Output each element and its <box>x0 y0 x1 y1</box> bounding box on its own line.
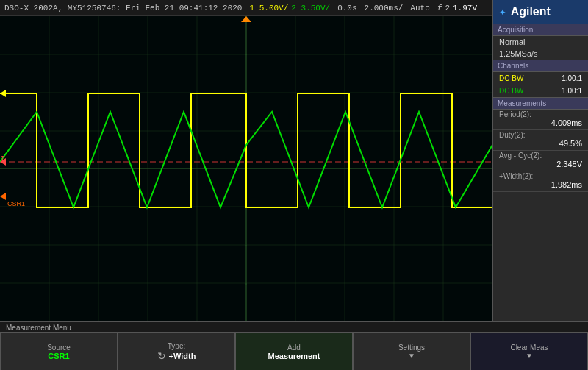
settings-button[interactable]: Settings ▼ <box>353 332 470 370</box>
clear-label-top: Clear Meas <box>510 344 548 352</box>
acq-rate: 1.25MSa/s <box>493 48 588 60</box>
type-button[interactable]: Type: ↻ +Width <box>118 332 235 370</box>
type-value: +Width <box>169 352 196 360</box>
settings-label: Settings <box>398 344 425 352</box>
bottom-bar: Measurement Menu Source CSR1 Type: ↻ +Wi… <box>0 321 588 370</box>
ch1-channel-row: DC BW 1.00:1 <box>493 72 588 85</box>
measurements-title: Measurements <box>493 97 588 110</box>
freq-label: f <box>437 4 442 13</box>
trigger-mode: Auto <box>410 4 429 13</box>
ch1-bw-value: 1.00:1 <box>562 74 582 82</box>
agilent-icon: ✦ <box>499 4 506 19</box>
channels-title: Channels <box>493 60 588 72</box>
svg-text:T: T <box>1 154 5 162</box>
meas2-value: 49.5% <box>493 139 588 151</box>
clear-arrow-icon: ▼ <box>526 352 533 360</box>
meas4-value: 1.982ms <box>493 180 588 192</box>
meas3-label: Avg - Cyc(2): <box>493 151 588 160</box>
top-status-bar: DSO-X 2002A, MY51250746: Fri Feb 21 09:4… <box>0 0 492 16</box>
source-button[interactable]: Source CSR1 <box>0 332 118 370</box>
ch2-indicator: 2 3.50V/ <box>291 4 330 13</box>
ch1-bw-label: DC BW <box>499 74 523 82</box>
time-scale: 2.000ms/ <box>365 4 404 13</box>
scope-display: CSR1 T <box>0 16 492 321</box>
time-position: 0.0s <box>337 4 356 13</box>
meas1-value: 4.009ms <box>493 118 588 130</box>
type-label-top: Type: <box>168 342 185 350</box>
settings-arrow-icon: ▼ <box>408 352 415 360</box>
voltage-reading: 1.97V <box>453 4 477 13</box>
add-measurement-button[interactable]: Add Measurement <box>235 332 353 370</box>
ch2-channel-row: DC BW 1.00:1 <box>493 85 588 97</box>
source-label-top: Source <box>47 344 71 352</box>
meas3-value: 2.348V <box>493 160 588 171</box>
source-value: CSR1 <box>48 352 69 360</box>
ch2-bw-value: 1.00:1 <box>562 87 582 95</box>
right-panel: ✦ Agilent Acquisition Normal 1.25MSa/s C… <box>492 0 588 321</box>
clear-meas-button[interactable]: Clear Meas ▼ <box>470 332 588 370</box>
svg-text:CSR1: CSR1 <box>7 200 25 207</box>
ch1-indicator: 1 5.00V/ <box>249 4 288 13</box>
logo-area: ✦ Agilent <box>493 0 588 24</box>
grid-svg: CSR1 T <box>0 16 492 321</box>
meas2-label: Duty(2): <box>493 130 588 139</box>
meas4-label: +Width(2): <box>493 171 588 180</box>
type-icon: ↻ <box>157 350 166 362</box>
acq-mode: Normal <box>493 36 588 48</box>
meas1-label: Period(2): <box>493 110 588 118</box>
acquisition-title: Acquisition <box>493 24 588 36</box>
bottom-buttons: Source CSR1 Type: ↻ +Width Add Measureme… <box>0 332 588 370</box>
add-label-top: Add <box>287 344 301 352</box>
model-serial: DSO-X 2002A, MY51250746: Fri Feb 21 09:4… <box>4 4 242 13</box>
logo-text: Agilent <box>511 5 551 18</box>
ch-number: 2 <box>445 4 450 13</box>
add-label-bottom: Measurement <box>268 352 320 360</box>
menu-label: Measurement Menu <box>6 324 71 332</box>
ch2-bw-label: DC BW <box>499 87 523 95</box>
